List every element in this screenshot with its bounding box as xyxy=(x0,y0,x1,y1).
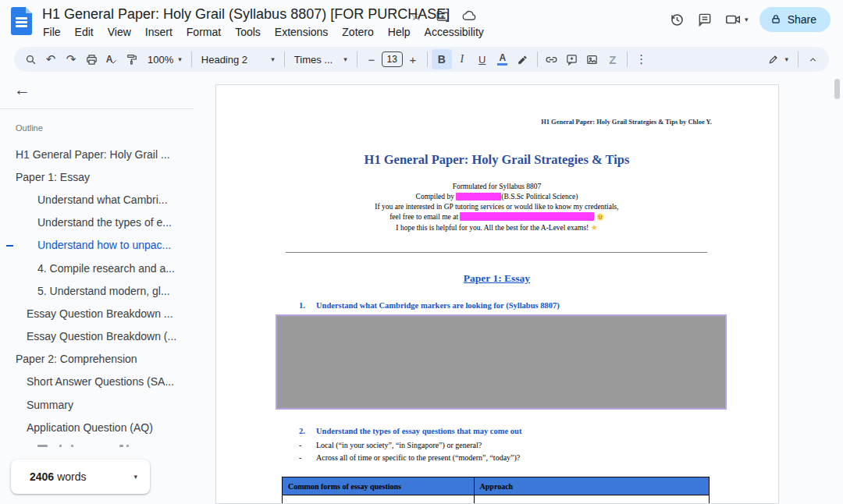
bullet-dash: - xyxy=(299,453,301,462)
page-running-header[interactable]: H1 General Paper: Holy Grail Strategies … xyxy=(282,118,712,126)
undo-icon[interactable]: ↶ xyxy=(41,49,61,69)
redo-icon[interactable]: ↷ xyxy=(61,49,81,69)
menu-help[interactable]: Help xyxy=(381,24,418,40)
zoom-select[interactable]: 100% ▾ xyxy=(142,49,187,69)
bullet-line-1[interactable]: - Local (“in your society”, “in Singapor… xyxy=(216,441,778,451)
heading-text: Understand the types of essay questions … xyxy=(316,427,521,435)
highlight-color-icon[interactable] xyxy=(513,49,533,69)
outline-item-active[interactable]: Understand how to unpac... xyxy=(0,234,195,257)
scrollbar-thumb[interactable] xyxy=(834,79,840,99)
chevron-down-icon: ▾ xyxy=(133,474,137,481)
menu-file[interactable]: File xyxy=(36,24,68,40)
smiley-emoji-icon xyxy=(596,213,604,221)
menu-zotero[interactable]: Zotero xyxy=(335,24,380,40)
bold-button[interactable]: B xyxy=(432,49,452,69)
redacted-image-selected[interactable] xyxy=(276,314,727,410)
outline-item[interactable]: Summary xyxy=(0,393,195,416)
italic-button[interactable]: I xyxy=(452,49,472,69)
intro-line-4[interactable]: feel free to email me at xyxy=(251,212,743,222)
chevron-down-icon: ▾ xyxy=(178,56,182,63)
add-comment-icon[interactable] xyxy=(562,49,582,69)
intro-line-3[interactable]: If you are interested in GP tutoring ser… xyxy=(251,202,743,212)
hide-menus-icon[interactable] xyxy=(802,49,823,69)
menubar: File Edit View Insert Format Tools Exten… xyxy=(36,24,491,40)
outline-item[interactable]: Essay Question Breakdown (... xyxy=(0,325,195,348)
zotero-icon[interactable]: Z xyxy=(603,49,623,69)
menu-edit[interactable]: Edit xyxy=(68,24,101,40)
numbered-heading-2[interactable]: 2. Understand the types of essay questio… xyxy=(216,427,778,438)
insert-image-icon[interactable] xyxy=(582,49,603,69)
menu-insert[interactable]: Insert xyxy=(138,24,180,40)
outline-item[interactable]: H1 General Paper: Holy Grail ... xyxy=(0,143,195,165)
version-history-icon[interactable] xyxy=(668,11,685,28)
paper1-heading[interactable]: Paper 1: Essay xyxy=(251,272,743,285)
insert-link-icon[interactable] xyxy=(542,49,562,69)
star-icon[interactable]: ☆ xyxy=(407,7,425,24)
doc-intro-block[interactable]: Formulated for Syllabus 8807 Compiled by… xyxy=(251,182,743,233)
cloud-saved-icon[interactable] xyxy=(461,7,478,24)
redacted-name-box xyxy=(456,193,501,201)
bullet-dash: - xyxy=(299,441,301,449)
more-options-icon[interactable]: ⋮ xyxy=(631,49,652,69)
intro-line2-suffix: (B.S.Sc Political Science) xyxy=(501,193,578,201)
font-family-select[interactable]: Times ... ▾ xyxy=(289,49,353,69)
intro-line2-prefix: Compiled by xyxy=(416,193,454,201)
search-icon[interactable] xyxy=(20,49,41,69)
lock-icon xyxy=(770,14,781,25)
paragraph-style-select[interactable]: Heading 2 ▾ xyxy=(196,49,280,69)
essay-forms-table: Common forms of essay questions Approach xyxy=(282,477,710,504)
numbered-heading-1[interactable]: 1. Understand what Cambridge markers are… xyxy=(216,301,778,312)
menu-accessibility[interactable]: Accessibility xyxy=(418,24,491,40)
meet-call-button[interactable]: ▾ xyxy=(724,11,749,28)
menu-tools[interactable]: Tools xyxy=(228,24,268,40)
outline-item[interactable]: Understand the types of e... xyxy=(0,211,195,234)
editing-mode-select[interactable]: ▾ xyxy=(762,49,794,69)
increase-font-icon[interactable]: + xyxy=(403,49,423,69)
document-outline: H1 General Paper: Holy Grail ... Paper 1… xyxy=(0,143,195,438)
menu-format[interactable]: Format xyxy=(180,24,228,40)
share-button[interactable]: Share xyxy=(759,7,831,32)
outline-item[interactable]: Paper 2: Comprehension xyxy=(0,348,195,371)
intro-line5-text: I hope this is helpful for you. All the … xyxy=(396,224,589,232)
word-count-widget[interactable]: 2406 words ▾ xyxy=(11,460,150,494)
underline-button[interactable]: U xyxy=(472,49,493,69)
decrease-font-icon[interactable]: − xyxy=(361,49,382,69)
heading-number: 2. xyxy=(299,427,305,435)
document-page: H1 General Paper: Holy Grail Strategies … xyxy=(215,84,779,504)
outline-item[interactable]: Understand what Cambri... xyxy=(0,188,195,211)
table-header-cell[interactable]: Common forms of essay questions xyxy=(283,477,475,495)
font-size-input[interactable]: 13 xyxy=(382,51,403,67)
table-header-cell[interactable]: Approach xyxy=(474,477,709,495)
text-color-button[interactable]: A xyxy=(493,49,513,69)
doc-main-title[interactable]: H1 General Paper: Holy Grail Strategies … xyxy=(251,152,743,168)
move-folder-icon[interactable] xyxy=(434,7,451,24)
outline-item[interactable]: Essay Question Breakdown ... xyxy=(0,302,195,325)
outline-item[interactable]: 4. Compile research and a... xyxy=(0,257,195,279)
menu-extensions[interactable]: Extensions xyxy=(268,24,335,40)
outline-item[interactable]: 5. Understand modern, gl... xyxy=(0,279,195,302)
document-title[interactable]: H1 General Paper: Holy Grail (Syllabus 8… xyxy=(42,6,450,23)
font-family-value: Times ... xyxy=(294,54,333,66)
outline-item[interactable]: Paper 1: Essay xyxy=(0,165,195,188)
outline-header: Outline xyxy=(16,123,43,133)
spellcheck-icon[interactable]: A xyxy=(101,49,122,69)
intro-line-2[interactable]: Compiled by (B.S.Sc Political Science) xyxy=(251,192,743,202)
docs-logo-icon[interactable] xyxy=(11,7,32,35)
menu-view[interactable]: View xyxy=(101,24,138,40)
table-body-cell[interactable] xyxy=(283,495,475,504)
close-outline-icon[interactable]: ← xyxy=(14,80,30,99)
outline-item[interactable]: Application Question (AQ) xyxy=(0,416,195,438)
bullet-line-2[interactable]: - Across all of time or specific to the … xyxy=(216,453,778,463)
bullet-text: Across all of time or specific to the pr… xyxy=(316,453,520,462)
intro-line-1[interactable]: Formulated for Syllabus 8807 xyxy=(251,182,743,192)
paint-format-icon[interactable] xyxy=(122,49,142,69)
outline-item[interactable]: Short Answer Questions (SA... xyxy=(0,371,195,393)
table-body-cell[interactable] xyxy=(474,495,709,504)
heading-text: Understand what Cambridge markers are lo… xyxy=(316,301,560,310)
print-icon[interactable] xyxy=(81,49,101,69)
comments-icon[interactable] xyxy=(696,11,713,28)
word-count-value: 2406 xyxy=(30,470,54,483)
intro-line-5[interactable]: I hope this is helpful for you. All the … xyxy=(251,222,743,233)
horizontal-rule xyxy=(286,252,707,253)
text-color-label: A xyxy=(499,53,506,62)
